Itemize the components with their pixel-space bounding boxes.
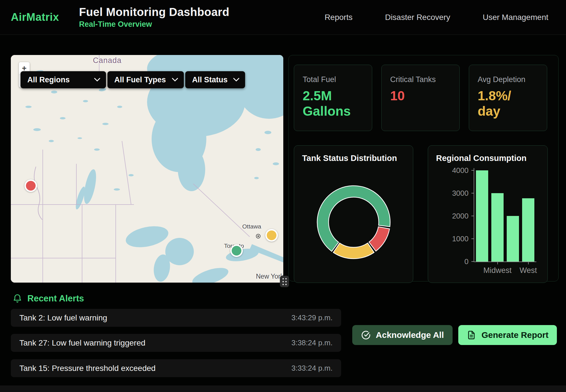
fuel-filter-value: All Fuel Types [114,75,166,84]
bar-chart: 01000200030004000MidwestWest [436,165,539,279]
chevron-down-icon [233,78,239,82]
page-subtitle: Real-Time Overview [79,20,229,29]
header: AirMatrix Fuel Monitoring Dashboard Real… [0,0,566,35]
stat-card-critical-tanks: Critical Tanks 10 [381,65,460,131]
generate-report-button[interactable]: Generate Report [458,325,557,345]
chevron-down-icon [94,78,100,82]
bar [476,170,488,262]
y-tick-mark [471,193,474,193]
fuel-type-filter-select[interactable]: All Fuel Types [107,71,184,88]
stat-value: 1.8%/ day [478,88,538,119]
acknowledge-all-button[interactable]: Acknowledge All [352,325,453,345]
donut-chart [305,174,402,271]
charts-row: Tank Status Distribution Regional Consum… [294,145,553,283]
check-circle-icon [361,330,371,340]
map-label-canada: Canada [93,56,122,65]
y-tick-mark [471,170,474,171]
bar [491,193,504,262]
map-label-ottawa: Ottawa [242,223,261,230]
stat-card-avg-depletion: Avg Depletion 1.8%/ day [469,65,547,131]
status-filter-select[interactable]: All Status [185,71,245,88]
alert-time: 3:33:24 p.m. [291,364,333,373]
donut-segment [333,243,374,259]
bar [507,216,519,262]
y-axis-line [474,168,474,262]
stat-card-total-fuel: Total Fuel 2.5M Gallons [294,65,372,131]
y-tick-mark [471,238,474,239]
stat-label: Total Fuel [303,75,363,84]
map-drag-handle[interactable] [280,276,289,287]
metrics-panel: Total Fuel 2.5M Gallons Critical Tanks 1… [288,55,559,281]
tank-status-card: Tank Status Distribution [294,145,413,283]
map-panel: Canada Ottawa Toronto New York + − All R… [11,55,283,283]
generate-report-label: Generate Report [481,330,548,340]
status-filter-value: All Status [192,75,228,84]
footer-bar [0,385,566,392]
map-filter-bar: All Regions All Fuel Types All Status [21,71,245,88]
chevron-down-icon [172,78,178,82]
y-tick-label: 4000 [436,166,469,175]
alert-message: Tank 2: Low fuel warning [19,313,107,322]
alert-message: Tank 15: Pressure threshold exceeded [19,364,156,373]
map-label-new-york: New York [256,273,283,280]
page-title: Fuel Monitoring Dashboard [79,6,229,19]
alert-time: 3:43:29 p.m. [291,313,333,322]
brand-logo: AirMatrix [11,11,59,23]
nav-item-user-management[interactable]: User Management [483,13,548,22]
alert-time: 3:38:24 p.m. [291,338,333,347]
recent-alerts-heading: Recent Alerts [13,293,84,304]
app-root: AirMatrix Fuel Monitoring Dashboard Real… [0,0,566,392]
town-dot-icon [256,234,260,238]
x-tick-mark [528,262,529,264]
stat-label: Avg Depletion [478,75,538,84]
chart-title: Regional Consumption [436,154,539,163]
y-tick-label: 2000 [436,212,469,220]
chart-title: Tank Status Distribution [302,154,405,163]
nav-item-disaster-recovery[interactable]: Disaster Recovery [385,13,450,22]
map-marker-normal[interactable] [230,244,243,257]
nav-item-reports[interactable]: Reports [325,13,353,22]
map-marker-warning[interactable] [265,229,278,242]
regional-consumption-card: Regional Consumption 01000200030004000Mi… [428,145,548,283]
region-filter-value: All Regions [27,75,70,84]
x-tick-label: West [508,266,548,275]
bell-icon [13,294,22,303]
stats-row: Total Fuel 2.5M Gallons Critical Tanks 1… [294,65,553,131]
alert-row[interactable]: Tank 15: Pressure threshold exceeded 3:3… [11,359,341,377]
x-tick-mark [497,262,498,264]
bar [522,198,534,262]
y-tick-label: 1000 [436,234,469,243]
alert-message: Tank 27: Low fuel warning triggered [19,338,145,348]
map-marker-critical[interactable] [25,179,37,192]
stat-label: Critical Tanks [390,75,451,84]
acknowledge-all-label: Acknowledge All [376,330,444,340]
region-filter-select[interactable]: All Regions [21,71,106,88]
stat-value: 10 [390,88,451,103]
donut-segment [369,227,389,251]
alert-row[interactable]: Tank 27: Low fuel warning triggered 3:38… [11,334,341,352]
stat-value: 2.5M Gallons [303,88,363,119]
alert-row[interactable]: Tank 2: Low fuel warning 3:43:29 p.m. [11,309,341,327]
y-tick-label: 0 [436,257,469,266]
title-block: Fuel Monitoring Dashboard Real-Time Over… [79,6,229,29]
recent-alerts-title: Recent Alerts [27,293,84,304]
main-nav: Reports Disaster Recovery User Managemen… [325,13,548,22]
file-text-icon [467,330,476,340]
y-tick-mark [471,216,474,216]
y-tick-label: 3000 [436,189,469,197]
x-axis-line [474,262,536,262]
y-tick-mark [471,261,474,262]
